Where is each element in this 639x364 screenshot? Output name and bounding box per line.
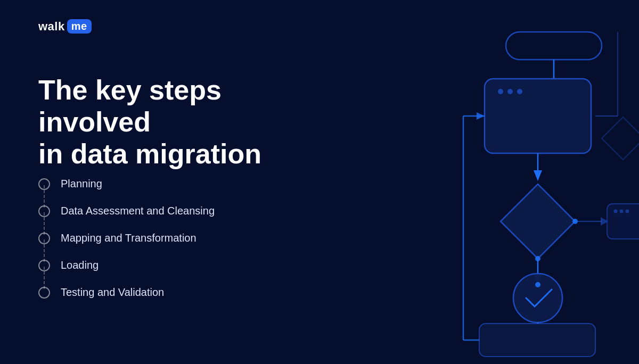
svg-marker-8 bbox=[501, 184, 575, 259]
list-item: Loading bbox=[38, 252, 215, 279]
step-label-1: Planning bbox=[61, 170, 102, 197]
step-label-2: Data Assessment and Cleansing bbox=[61, 197, 215, 225]
svg-point-3 bbox=[498, 89, 503, 94]
step-label-5: Testing and Validation bbox=[61, 279, 164, 306]
svg-point-17 bbox=[513, 274, 562, 322]
title-line1: The key steps involved bbox=[38, 75, 337, 138]
list-item: Data Assessment and Cleansing bbox=[38, 197, 215, 225]
step-circle-3 bbox=[38, 233, 50, 244]
list-item: Mapping and Transformation bbox=[38, 225, 215, 252]
step-label-3: Mapping and Transformation bbox=[61, 225, 196, 252]
step-label-4: Loading bbox=[61, 252, 99, 279]
svg-rect-11 bbox=[607, 204, 639, 239]
svg-point-25 bbox=[535, 282, 540, 287]
logo-text: walk me bbox=[38, 19, 92, 34]
step-circle-4 bbox=[38, 260, 50, 271]
step-circle-2 bbox=[38, 205, 50, 217]
list-item: Planning bbox=[38, 170, 215, 197]
svg-rect-18 bbox=[479, 324, 595, 357]
svg-marker-22 bbox=[602, 117, 639, 160]
steps-list: Planning Data Assessment and Cleansing M… bbox=[38, 170, 215, 306]
svg-point-14 bbox=[626, 210, 629, 213]
page-title: The key steps involved in data migration bbox=[38, 75, 337, 170]
svg-point-24 bbox=[535, 256, 540, 261]
svg-point-5 bbox=[517, 89, 522, 94]
svg-rect-0 bbox=[506, 32, 602, 60]
svg-marker-29 bbox=[477, 112, 485, 120]
title-line2: in data migration bbox=[38, 138, 337, 170]
logo-me-badge: me bbox=[67, 19, 92, 34]
svg-point-23 bbox=[572, 219, 578, 224]
flowchart-svg bbox=[341, 0, 639, 364]
svg-point-13 bbox=[620, 210, 624, 213]
step-circle-1 bbox=[38, 178, 50, 190]
logo-walk: walk bbox=[38, 20, 65, 34]
svg-point-12 bbox=[614, 210, 618, 213]
logo: walk me bbox=[38, 19, 92, 34]
flowchart-diagram bbox=[341, 0, 639, 364]
step-circle-5 bbox=[38, 287, 50, 299]
svg-marker-7 bbox=[534, 170, 542, 181]
list-item: Testing and Validation bbox=[38, 279, 215, 306]
svg-point-4 bbox=[507, 89, 513, 94]
